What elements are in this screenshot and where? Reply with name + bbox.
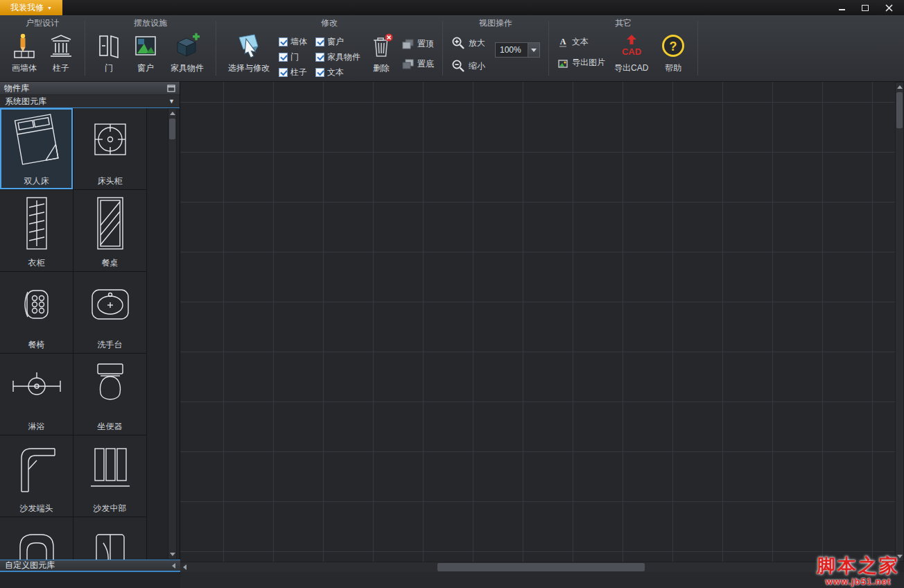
draw-wall-button[interactable]: 画墙体 — [8, 30, 40, 76]
nightstand-icon — [80, 110, 141, 173]
cabinet-icon — [80, 519, 141, 560]
wardrobe-icon — [6, 192, 67, 254]
window-icon — [133, 31, 158, 60]
custom-library-bar[interactable]: 自定义图元库 — [0, 560, 180, 572]
text-tool-label: 文本 — [572, 36, 589, 48]
arrow-up-icon — [170, 112, 175, 115]
library-item-double-bed[interactable]: 双人床 — [0, 108, 73, 189]
group-label-other: 其它 — [615, 17, 632, 29]
library-item-label: 衣柜 — [0, 257, 73, 269]
minimize-icon — [839, 9, 845, 10]
delete-label: 删除 — [373, 62, 390, 74]
zoom-in-label: 放大 — [469, 37, 485, 49]
library-item-sofa-middle[interactable]: 沙发中部 — [73, 435, 146, 517]
door-button[interactable]: 门 — [94, 30, 124, 76]
library-item-wardrobe[interactable]: 衣柜 — [0, 190, 73, 271]
library-item-label: 双人床 — [0, 175, 73, 187]
window-button[interactable]: 窗户 — [130, 30, 162, 76]
export-cad-button[interactable]: CAD 导出CAD — [611, 30, 652, 76]
scroll-down-arrow[interactable] — [896, 552, 903, 561]
library-item-nightstand[interactable]: 床头柜 — [73, 108, 146, 189]
maximize-icon — [862, 5, 869, 11]
send-to-back-button[interactable]: 置底 — [402, 58, 434, 70]
minimize-button[interactable] — [832, 1, 851, 14]
filter-window-label: 窗户 — [327, 36, 344, 48]
sofa-middle-icon — [80, 438, 141, 500]
filter-column-checkbox[interactable]: 柱子 — [279, 67, 307, 78]
zoom-out-icon — [451, 59, 465, 73]
export-cad-label: 导出CAD — [614, 62, 648, 74]
scroll-up-arrow[interactable] — [896, 83, 903, 92]
library-item-label: 淋浴 — [0, 421, 73, 433]
filter-text-checkbox[interactable]: 文本 — [315, 67, 360, 78]
export-image-button[interactable]: 导出图片 — [557, 57, 605, 69]
scrollbar-thumb[interactable] — [437, 563, 645, 571]
column-icon — [49, 31, 73, 60]
scrollbar-thumb[interactable] — [896, 92, 903, 128]
group-view-operations: 视图操作 放大 — [443, 15, 548, 81]
scroll-up-arrow[interactable] — [168, 109, 176, 118]
arrow-left-icon — [183, 564, 186, 570]
title-bar: 我装我修 ▼ — [0, 0, 904, 15]
scroll-right-arrow[interactable] — [886, 562, 895, 571]
filter-furniture-checkbox[interactable]: 家具物件 — [315, 51, 360, 63]
delete-button[interactable]: 删除 — [366, 30, 397, 76]
toilet-icon — [80, 356, 141, 418]
panel-restore-button[interactable] — [167, 85, 175, 92]
filter-wall-checkbox[interactable]: 墙体 — [279, 36, 307, 48]
group-modify: 修改 选择与修改 墙体 — [216, 15, 442, 81]
delete-trash-icon — [370, 31, 393, 60]
door-icon — [97, 31, 121, 60]
scroll-left-arrow[interactable] — [180, 562, 189, 571]
filter-door-checkbox[interactable]: 门 — [279, 51, 307, 63]
library-item-label: 床头柜 — [73, 175, 146, 187]
group-floorplan-design: 户型设计 画墙体 — [0, 15, 85, 81]
select-modify-button[interactable]: 选择与修改 — [225, 30, 273, 76]
library-item-armchair[interactable] — [0, 517, 73, 560]
library-item-sofa-end[interactable]: 沙发端头 — [0, 435, 73, 517]
library-item-washbasin[interactable]: 洗手台 — [73, 272, 146, 353]
zoom-in-icon — [451, 36, 465, 50]
export-cad-icon: CAD — [617, 31, 646, 60]
library-item-dining-chair[interactable]: 餐椅 — [0, 272, 73, 353]
select-cursor-icon — [235, 31, 263, 60]
sidebar-footer — [0, 573, 180, 588]
library-select-dropdown[interactable]: 系统图元库 ▼ — [0, 95, 180, 108]
dining-table-icon — [80, 192, 141, 254]
chevron-down-icon: ▼ — [168, 98, 175, 105]
bring-to-front-button[interactable]: 置顶 — [402, 38, 434, 50]
other-small-buttons: A 文本 导出图片 — [557, 36, 605, 69]
library-item-label: 餐桌 — [73, 257, 146, 269]
washbasin-icon — [80, 274, 141, 336]
help-button[interactable]: ? 帮助 — [657, 30, 689, 76]
canvas-vertical-scrollbar[interactable] — [895, 82, 904, 562]
checkbox-checked-icon — [279, 68, 288, 77]
window-label: 窗户 — [137, 62, 154, 74]
filter-furniture-label: 家具物件 — [327, 51, 360, 63]
layers-bottom-icon — [402, 59, 414, 69]
drawing-canvas[interactable] — [180, 82, 904, 562]
app-menu-button[interactable]: 我装我修 ▼ — [0, 0, 62, 15]
text-tool-button[interactable]: A 文本 — [557, 36, 605, 48]
column-button[interactable]: 柱子 — [46, 30, 76, 76]
filter-window-checkbox[interactable]: 窗户 — [315, 36, 360, 48]
zoom-out-button[interactable]: 缩小 — [451, 59, 485, 73]
zoom-level-dropdown-button[interactable] — [528, 42, 540, 58]
app-menu-label: 我装我修 — [10, 2, 44, 14]
scroll-down-arrow[interactable] — [168, 550, 176, 559]
maximize-button[interactable] — [855, 1, 875, 14]
door-label: 门 — [105, 62, 113, 74]
checkbox-checked-icon — [315, 53, 324, 62]
library-item-cabinet[interactable] — [73, 517, 146, 560]
sidebar-scrollbar[interactable] — [168, 108, 177, 560]
canvas-horizontal-scrollbar[interactable] — [180, 562, 895, 572]
library-item-dining-table[interactable]: 餐桌 — [73, 190, 146, 271]
close-button[interactable] — [879, 1, 898, 14]
scrollbar-thumb[interactable] — [169, 119, 175, 139]
library-item-toilet[interactable]: 坐便器 — [73, 354, 146, 435]
furniture-button[interactable]: 家具物件 — [167, 30, 207, 76]
zoom-in-button[interactable]: 放大 — [451, 36, 485, 50]
checkbox-checked-icon — [279, 53, 288, 62]
library-item-shower[interactable]: 淋浴 — [0, 354, 73, 435]
zoom-level-value[interactable]: 100% — [495, 42, 528, 58]
